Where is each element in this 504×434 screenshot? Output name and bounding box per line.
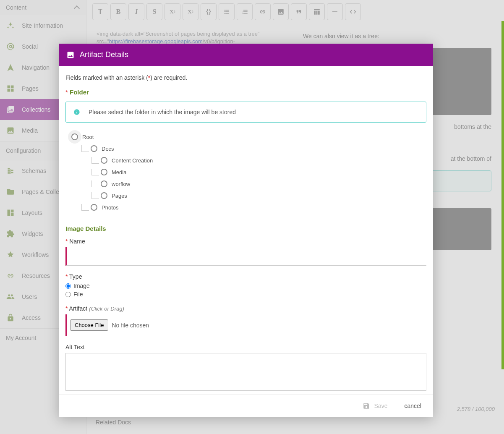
- radio-icon[interactable]: [101, 180, 107, 187]
- radio-label: Image: [73, 282, 90, 289]
- save-button[interactable]: Save: [363, 402, 388, 410]
- tree-label: Root: [82, 134, 94, 140]
- tree-label: worflow: [112, 181, 130, 187]
- folder-section-label: * Folder: [65, 89, 426, 96]
- image-icon: [66, 51, 75, 59]
- type-label: * Type: [65, 273, 426, 280]
- radio-label: File: [73, 291, 83, 298]
- modal-footer: Save cancel: [59, 394, 433, 417]
- tree-connector: [91, 157, 99, 164]
- tree-connector: [81, 145, 89, 152]
- type-image-option[interactable]: Image: [65, 282, 426, 289]
- artifact-label: * Artifact (Click or Drag): [65, 305, 426, 312]
- radio-input[interactable]: [65, 283, 71, 289]
- tree-connector: [81, 204, 89, 211]
- modal-header: Artifact Details: [59, 44, 433, 66]
- tree-connector: [91, 169, 99, 175]
- tree-node-workflow[interactable]: worflow: [91, 178, 426, 190]
- radio-icon[interactable]: [101, 169, 107, 175]
- save-icon: [363, 402, 370, 410]
- radio-icon[interactable]: [91, 145, 97, 152]
- radio-icon[interactable]: [71, 133, 78, 140]
- tree-node-docs[interactable]: Docs: [81, 143, 426, 154]
- file-upload-row[interactable]: Choose File No file chosen: [65, 314, 426, 336]
- tree-node-root[interactable]: Root: [71, 131, 426, 143]
- radio-input[interactable]: [65, 292, 71, 297]
- tree-label: Content Creation: [112, 157, 153, 164]
- artifact-hint: (Click or Drag): [89, 306, 124, 312]
- radio-icon[interactable]: [91, 204, 97, 211]
- hint-text: Please select the folder in which the im…: [89, 109, 236, 115]
- save-label: Save: [374, 403, 388, 409]
- tree-node-media[interactable]: Media: [91, 166, 426, 178]
- tree-node-photos[interactable]: Photos: [81, 201, 426, 213]
- image-details-section-label: Image Details: [65, 225, 426, 232]
- folder-hint: Please select the folder in which the im…: [65, 102, 426, 123]
- required-note: Fields marked with an asterisk (*) are r…: [65, 74, 426, 81]
- tree-node-pages[interactable]: Pages: [91, 190, 426, 201]
- radio-icon[interactable]: [101, 192, 107, 199]
- info-icon: [73, 109, 80, 115]
- tree-connector: [91, 192, 99, 199]
- artifact-details-modal: Artifact Details Fields marked with an a…: [59, 44, 433, 417]
- choose-file-button[interactable]: Choose File: [70, 319, 108, 331]
- tree-label: Photos: [102, 204, 118, 211]
- name-label: * Name: [65, 238, 426, 245]
- tree-node-content-creation[interactable]: Content Creation: [91, 154, 426, 166]
- tree-label: Media: [112, 169, 126, 175]
- cancel-button[interactable]: cancel: [405, 403, 421, 409]
- tree-label: Docs: [102, 146, 114, 152]
- tree-connector: [91, 180, 99, 187]
- name-input[interactable]: [65, 247, 426, 266]
- radio-icon[interactable]: [101, 157, 107, 164]
- folder-tree: Root Docs Content Creation Media: [71, 131, 426, 213]
- alt-text-label: Alt Text: [65, 344, 426, 350]
- type-file-option[interactable]: File: [65, 291, 426, 298]
- alt-text-input[interactable]: [65, 353, 426, 391]
- tree-label: Pages: [112, 193, 127, 199]
- scroll-indicator[interactable]: [501, 21, 504, 369]
- modal-title: Artifact Details: [80, 50, 128, 59]
- file-status: No file chosen: [112, 322, 149, 329]
